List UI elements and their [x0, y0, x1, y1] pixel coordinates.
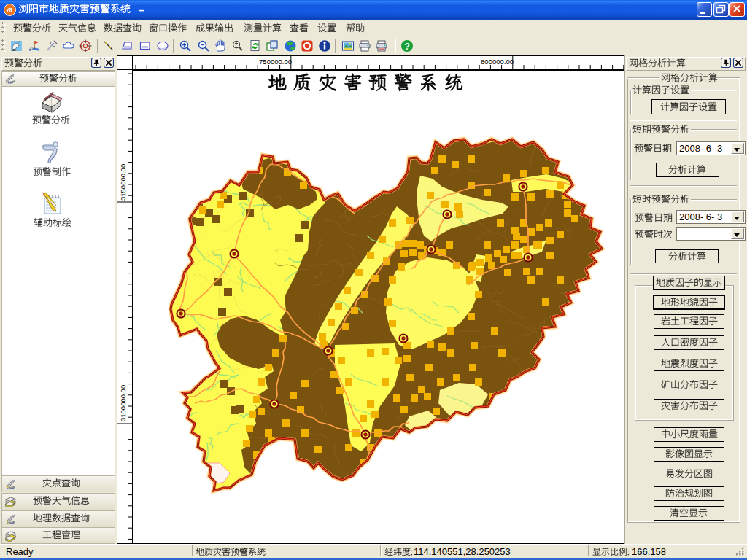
- svg-text:?: ?: [404, 42, 410, 52]
